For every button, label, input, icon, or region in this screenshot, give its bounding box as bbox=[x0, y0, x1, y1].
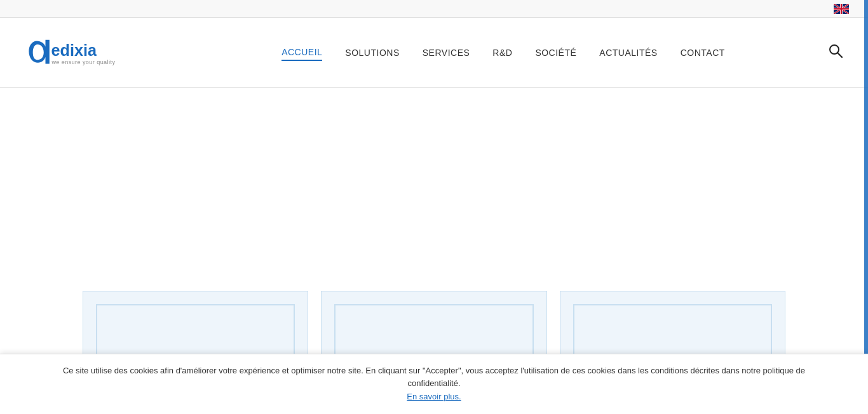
svg-text:we ensure your quality: we ensure your quality bbox=[51, 58, 115, 65]
logo-svg: edixia we ensure your quality bbox=[25, 34, 140, 72]
nav-item-actualites[interactable]: ACTUALITÉS bbox=[599, 45, 657, 60]
nav-item-solutions[interactable]: SOLUTIONS bbox=[345, 45, 399, 60]
svg-line-4 bbox=[837, 53, 842, 57]
search-icon bbox=[829, 44, 843, 58]
cookie-text: Ce site utilise des cookies afin d'améli… bbox=[63, 366, 805, 389]
language-selector[interactable] bbox=[834, 3, 849, 15]
svg-text:edixia: edixia bbox=[51, 41, 97, 58]
top-bar bbox=[0, 0, 868, 18]
site-header: edixia we ensure your quality ACCUEIL SO… bbox=[0, 18, 868, 88]
search-button[interactable] bbox=[829, 44, 843, 62]
cookie-learn-more-link[interactable]: En savoir plus. bbox=[407, 392, 461, 401]
nav-item-services[interactable]: SERVICES bbox=[423, 45, 470, 60]
scroll-accent bbox=[864, 0, 868, 414]
cookie-banner: Ce site utilise des cookies afin d'améli… bbox=[0, 354, 868, 414]
nav-item-rd[interactable]: R&D bbox=[492, 45, 512, 60]
hero-section bbox=[0, 88, 868, 291]
nav-item-contact[interactable]: CONTACT bbox=[681, 45, 725, 60]
flag-icon bbox=[834, 4, 849, 14]
nav-item-societe[interactable]: SOCIÉTÉ bbox=[535, 45, 576, 60]
main-nav: ACCUEIL SOLUTIONS SERVICES R&D SOCIÉTÉ A… bbox=[178, 44, 829, 61]
logo-area[interactable]: edixia we ensure your quality bbox=[25, 34, 140, 72]
nav-item-accueil[interactable]: ACCUEIL bbox=[281, 44, 322, 61]
